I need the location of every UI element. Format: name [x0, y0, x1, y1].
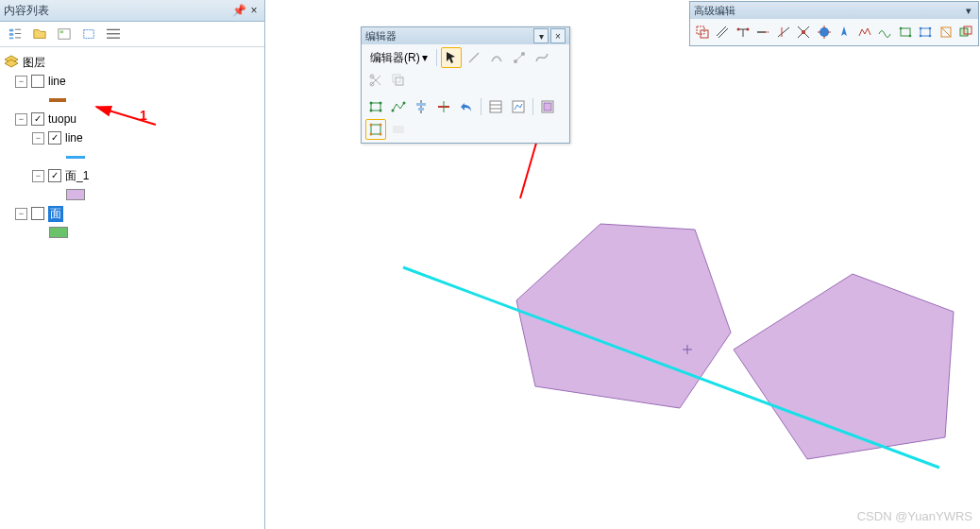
- advanced-title-bar[interactable]: 高级编辑 ▾: [690, 2, 978, 19]
- svg-rect-7: [60, 31, 64, 34]
- svg-marker-64: [841, 26, 847, 36]
- edit-tool-segment-icon[interactable]: [464, 47, 484, 68]
- svg-rect-65: [901, 28, 910, 36]
- advanced-toolbar[interactable]: 高级编辑 ▾: [689, 1, 979, 46]
- svg-rect-0: [9, 29, 13, 32]
- svg-point-66: [899, 27, 902, 30]
- toc-close-icon[interactable]: ×: [247, 0, 261, 21]
- svg-line-74: [941, 27, 951, 37]
- svg-point-45: [370, 133, 373, 136]
- adv-explode-icon[interactable]: [815, 22, 834, 43]
- expander-icon[interactable]: −: [15, 208, 27, 220]
- expander-icon[interactable]: −: [32, 170, 44, 182]
- editor-title-bar[interactable]: 编辑器 ▾ ×: [362, 27, 569, 44]
- svg-rect-41: [544, 103, 551, 111]
- toc-btn-list-by-visibility[interactable]: [55, 25, 74, 43]
- adv-parallel-icon[interactable]: [714, 22, 733, 43]
- svg-point-71: [920, 35, 922, 38]
- expander-icon[interactable]: −: [15, 113, 27, 126]
- svg-rect-32: [416, 103, 426, 106]
- advanced-row: [690, 19, 978, 45]
- tree-item-mian1[interactable]: − 面_1: [4, 166, 261, 185]
- toc-title-text: 内容列表: [4, 0, 49, 21]
- swatch-row: [4, 91, 261, 110]
- adv-clip-icon[interactable]: [957, 22, 976, 43]
- adv-intersect-icon[interactable]: [795, 22, 814, 43]
- advanced-title-text: 高级编辑: [694, 4, 735, 18]
- adv-orient-icon[interactable]: [836, 22, 854, 43]
- edit-tool-vertex-icon[interactable]: [509, 47, 530, 68]
- adv-extend-icon[interactable]: [754, 22, 773, 43]
- adv-fillet-icon[interactable]: [734, 22, 752, 43]
- sketch-props-icon[interactable]: [508, 96, 529, 117]
- svg-point-27: [370, 110, 373, 112]
- tree-item-mian[interactable]: − 面: [4, 204, 261, 223]
- editor-dropdown-icon[interactable]: ▾: [533, 28, 549, 43]
- topo-line-icon[interactable]: [388, 96, 409, 117]
- svg-rect-8: [84, 30, 94, 39]
- svg-rect-24: [371, 103, 380, 111]
- tree-item-tuopu[interactable]: − tuopu: [4, 110, 261, 128]
- svg-rect-6: [59, 29, 70, 40]
- advanced-dropdown-icon[interactable]: ▾: [963, 5, 974, 17]
- edit-tool-arrow-icon[interactable]: [441, 47, 462, 68]
- select-topo-icon[interactable]: [537, 96, 558, 117]
- checkbox[interactable]: [48, 131, 61, 145]
- annotate-icon[interactable]: [365, 119, 386, 140]
- toc-panel: 内容列表 📌 × 图层 −: [0, 0, 265, 529]
- checkbox[interactable]: [48, 169, 61, 182]
- expander-icon[interactable]: −: [15, 76, 27, 88]
- expander-icon[interactable]: −: [32, 132, 44, 145]
- editor-close-icon[interactable]: ×: [550, 28, 566, 43]
- toc-btn-options[interactable]: [104, 25, 123, 43]
- checkbox[interactable]: [31, 75, 44, 88]
- adv-construct-icon[interactable]: [937, 22, 955, 43]
- undo-icon[interactable]: [456, 96, 477, 117]
- tree-root-label: 图层: [23, 55, 45, 71]
- highlight-icon[interactable]: [388, 119, 409, 140]
- toc-btn-list-by-draw[interactable]: [6, 25, 25, 43]
- tree-label: tuopu: [48, 112, 76, 126]
- toc-btn-list-by-source[interactable]: [30, 25, 49, 43]
- editor-menu-button[interactable]: 编辑器(R)▾: [365, 47, 432, 68]
- svg-point-62: [802, 30, 805, 34]
- toc-btn-list-by-selection[interactable]: [79, 25, 98, 43]
- attributes-icon[interactable]: [485, 96, 506, 117]
- adv-generalize-icon[interactable]: [855, 22, 874, 43]
- edit-tool-arc-icon[interactable]: [486, 47, 507, 68]
- adv-copy-feat-icon[interactable]: [693, 22, 712, 43]
- topo-rect-icon[interactable]: [365, 96, 386, 117]
- edit-tool-reshape-icon[interactable]: [388, 70, 409, 91]
- svg-point-26: [380, 102, 382, 105]
- polygon-feature-1[interactable]: [516, 224, 731, 408]
- adv-trim-icon[interactable]: [774, 22, 793, 43]
- edit-tool-cut-icon[interactable]: [365, 70, 386, 91]
- adv-rect2-icon[interactable]: [917, 22, 936, 43]
- tree-item-line-top[interactable]: − line: [4, 72, 261, 91]
- toc-pin-icon[interactable]: 📌: [232, 0, 245, 21]
- separator: [532, 98, 533, 115]
- checkbox[interactable]: [31, 112, 44, 126]
- editor-toolbar[interactable]: 编辑器 ▾ × 编辑器(R)▾: [361, 26, 570, 144]
- svg-rect-4: [15, 33, 21, 34]
- svg-rect-22: [396, 77, 403, 85]
- tree-item-tuopu-line[interactable]: − line: [4, 128, 261, 147]
- editor-row-1: 编辑器(R)▾: [362, 44, 569, 94]
- svg-rect-23: [393, 75, 400, 82]
- split-icon[interactable]: [433, 96, 454, 117]
- layers-icon: [4, 55, 19, 70]
- align-icon[interactable]: [411, 96, 431, 117]
- tree-root-row[interactable]: 图层: [4, 53, 261, 72]
- checkbox[interactable]: [31, 207, 44, 220]
- svg-rect-47: [393, 126, 404, 133]
- chevron-down-icon: ▾: [422, 51, 428, 64]
- toc-toolbar: [0, 22, 264, 47]
- edit-tool-curve-icon[interactable]: [532, 47, 552, 68]
- adv-smooth-icon[interactable]: [876, 22, 895, 43]
- adv-rect-icon[interactable]: [896, 22, 915, 43]
- svg-rect-5: [15, 38, 21, 39]
- editor-title-text: 编辑器: [365, 29, 397, 43]
- tree-label: line: [65, 131, 83, 145]
- toc-tree: 图层 − line: [0, 47, 264, 247]
- tree-label: line: [48, 75, 66, 88]
